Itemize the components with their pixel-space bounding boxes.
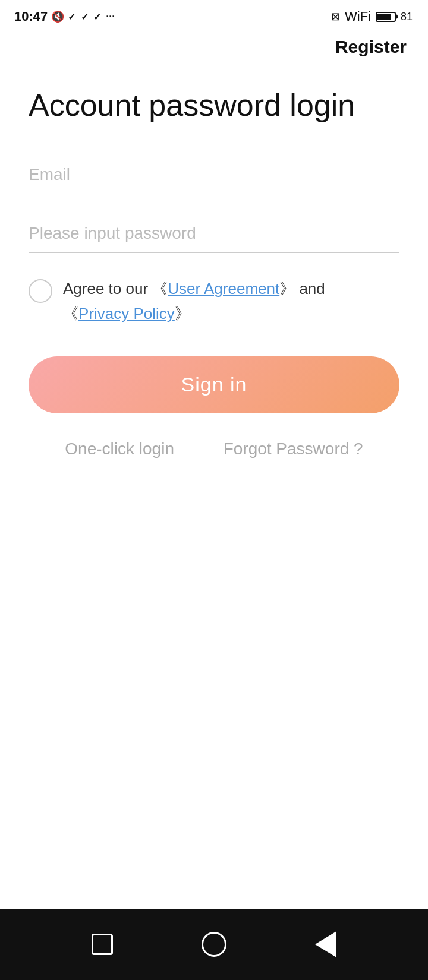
recent-apps-icon [92, 934, 113, 955]
password-form-group [29, 218, 399, 253]
agree-text-post2: 》 [175, 305, 190, 323]
battery-fill [377, 14, 391, 20]
check-icons: ✓ ✓ ✓ [68, 11, 102, 23]
register-link[interactable]: Register [335, 37, 407, 57]
back-icon [315, 931, 336, 957]
agreement-text: Agree to our 《User Agreement》 and 《Priva… [63, 277, 325, 326]
signin-button[interactable]: Sign in [29, 356, 399, 413]
agree-text-mid: 》 and [279, 280, 325, 298]
bottom-links: One-click login Forgot Password ? [29, 440, 399, 459]
privacy-policy-link[interactable]: Privacy Policy [78, 305, 175, 323]
agreement-checkbox[interactable] [29, 279, 52, 303]
status-bar: 10:47 🔇 ✓ ✓ ✓ ··· ⊠ WiFi 81 [0, 0, 428, 31]
status-left: 10:47 🔇 ✓ ✓ ✓ ··· [14, 9, 115, 24]
main-content: Account password login Agree to our 《Use… [0, 63, 428, 696]
time-display: 10:47 [14, 9, 48, 24]
home-button[interactable] [202, 932, 226, 957]
email-input[interactable] [29, 159, 399, 194]
top-nav: Register [0, 31, 428, 63]
battery-percent: 81 [401, 11, 413, 23]
home-icon [202, 932, 226, 957]
android-nav-bar [0, 909, 428, 980]
one-click-login-link[interactable]: One-click login [65, 440, 174, 459]
recent-apps-button[interactable] [92, 934, 113, 955]
page-title: Account password login [29, 87, 399, 124]
status-right: ⊠ WiFi 81 [331, 9, 414, 24]
mute-icon: 🔇 [51, 10, 64, 23]
spacer [0, 696, 428, 909]
user-agreement-link[interactable]: User Agreement [168, 280, 279, 298]
forgot-password-link[interactable]: Forgot Password ? [224, 440, 363, 459]
back-button[interactable] [315, 931, 336, 957]
email-form-group [29, 159, 399, 194]
agree-text-prefix: Agree to our 《 [63, 280, 168, 298]
agreement-row: Agree to our 《User Agreement》 and 《Priva… [29, 277, 399, 326]
agree-text-pre2: 《 [63, 305, 78, 323]
wifi-icon: WiFi [345, 9, 371, 24]
battery-icon [376, 12, 396, 22]
sim-icon: ⊠ [331, 10, 340, 23]
password-input[interactable] [29, 218, 399, 253]
more-icon: ··· [106, 11, 115, 23]
